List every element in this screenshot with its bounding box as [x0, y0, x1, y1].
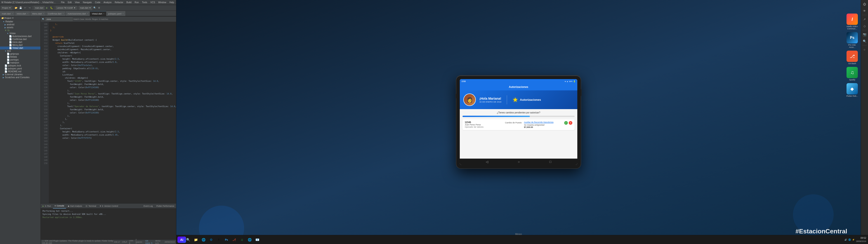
app-icon-git[interactable]: ⎇ Git Bash	[846, 51, 858, 65]
tree-autorizaciones[interactable]: 📄 Autorizaciones.dart	[0, 35, 40, 38]
app-icon-intellij[interactable]: I IntelliJ IDEA Commun...	[846, 13, 859, 30]
tab-confirmar-dart[interactable]: Confirmar.dart ×	[46, 11, 66, 16]
arrow-icon[interactable]: ↗	[862, 16, 868, 22]
windows-clock[interactable]: 09:52 28/06/2019	[856, 237, 866, 243]
diamond-icon[interactable]: ◇	[862, 23, 868, 29]
tree-pantojps[interactable]: 📄 pantojps	[0, 58, 40, 61]
camera-icon[interactable]: 📷	[862, 31, 868, 37]
tray-sound[interactable]: 🔊	[844, 239, 847, 241]
match-case-btn[interactable]: Match Case	[73, 18, 84, 20]
taskbar-app-2[interactable]: 📧	[254, 236, 260, 243]
tree-test[interactable]: ▼ test	[0, 50, 40, 53]
search-input[interactable]	[45, 18, 72, 21]
close-icon[interactable]: ×	[123, 13, 124, 15]
tree-ext-libraries[interactable]: ▶ External Libraries	[0, 73, 40, 76]
tree-project-header[interactable]: 📁 Project ▼	[0, 16, 40, 20]
tree-assets[interactable]: ▶ assets	[0, 26, 40, 29]
taskbar-chrome[interactable]: 🌐	[200, 236, 207, 243]
toolbar-open-icon[interactable]: 📂	[14, 6, 18, 10]
tree-lib[interactable]: ▼ lib	[0, 29, 40, 32]
menu-code[interactable]: Code	[94, 1, 101, 4]
menu-view[interactable]: View	[74, 1, 81, 4]
menu-analyze[interactable]: Analyze	[103, 1, 112, 4]
reject-button[interactable]: ✕	[569, 121, 572, 125]
close-icon[interactable]: ×	[63, 13, 64, 15]
bottom-tab-vcs[interactable]: ♥ 9: Version Control	[98, 204, 120, 209]
taskbar-git[interactable]: ⎇	[231, 236, 238, 243]
tree-pubspec-lock[interactable]: 📄 pubspec.lock	[0, 64, 40, 67]
menu-edit[interactable]: Edit	[67, 1, 72, 4]
taskbar-ps[interactable]: Ps	[223, 236, 230, 243]
nav-home-button[interactable]: ○	[514, 159, 523, 164]
bottom-tab-flutter-perf[interactable]: Flutter Performance	[154, 204, 176, 209]
zoom-icon[interactable]: 🔍	[862, 38, 868, 44]
code-content[interactable]: ), ); } @override Widget build(BuildCont…	[49, 22, 176, 203]
status-encoding[interactable]: UTF-8	[129, 240, 134, 244]
tree-getprops[interactable]: 📄 getprops	[0, 53, 40, 55]
app-icon-spotify[interactable]: ♫ Spotify	[846, 67, 858, 81]
tablet-volume-button[interactable]	[456, 94, 456, 98]
menu-help[interactable]: Help	[168, 1, 175, 4]
tab-vista2-dart[interactable]: Vista2.dart ×	[90, 11, 106, 16]
app-icon-ps[interactable]: Ps PS CS6: Acce...	[846, 32, 859, 48]
git-bash-icon[interactable]: ⎇	[846, 51, 858, 62]
words-btn[interactable]: Words	[85, 18, 91, 20]
toolbar-save-icon[interactable]: 💾	[19, 6, 23, 10]
menu-vcs[interactable]: VCS	[150, 1, 156, 4]
taskbar-spotify[interactable]: ♫	[239, 236, 245, 243]
tree-vistas[interactable]: ▼ Vistas	[0, 32, 40, 35]
tab-menu-dart[interactable]: Menu.dart ×	[30, 11, 46, 16]
tree-confirmar[interactable]: 📄 Confirmar.dart	[0, 38, 40, 41]
menu-run[interactable]: Run	[134, 1, 140, 4]
bottom-tab-terminal[interactable]: ⊡ Terminal	[84, 204, 98, 209]
tree-retailer[interactable]: ▼ Retailer	[0, 20, 40, 23]
tree-scratches[interactable]: ▶ Scratches and Consoles	[0, 76, 40, 79]
device-dropdown[interactable]: Lenovo TB X103F ▼	[56, 6, 77, 10]
regex-btn[interactable]: Regex	[92, 18, 98, 20]
tree-readme[interactable]: 📄 README.md	[0, 70, 40, 73]
menu-window[interactable]: Window	[158, 1, 167, 4]
tree-mainjson[interactable]: 📄 mainjson	[0, 61, 40, 64]
photoshop-icon[interactable]: Ps	[846, 32, 858, 43]
project-dropdown[interactable]: Project ▼	[1, 6, 12, 10]
bottom-tab-event-log[interactable]: Event Log	[142, 204, 155, 209]
close-icon[interactable]: ×	[12, 13, 13, 15]
status-warnings[interactable]: ⚠ SDK and Plugin Updates: The Flutter pl…	[42, 240, 114, 244]
menu-tools[interactable]: Tools	[141, 1, 148, 4]
toolbar-search-icon[interactable]: 🔍	[93, 6, 97, 10]
menu-build[interactable]: Build	[126, 1, 132, 4]
run-config-dropdown[interactable]: main.dart	[34, 6, 44, 10]
taskbar-vscode[interactable]: ⚙	[208, 236, 215, 243]
tree-tbldata[interactable]: 📄 tbldata	[0, 55, 40, 58]
menu-navigate[interactable]: Navigate	[82, 1, 92, 4]
flutter-icon[interactable]: ◆	[846, 83, 858, 94]
tray-battery[interactable]: ⚡	[852, 239, 855, 241]
tree-vista2[interactable]: 📄 Vista2.dart	[0, 47, 40, 50]
toolbar-run-icon[interactable]: ▶	[45, 6, 49, 10]
taskbar-intellij[interactable]: I	[215, 236, 222, 243]
bottom-tab-dart[interactable]: ◆ Dart Analysis	[66, 204, 84, 209]
tree-menu[interactable]: 📄 Menu.dart	[0, 43, 40, 47]
taskbar-explorer[interactable]: 📁	[192, 236, 199, 243]
bottom-tab-console[interactable]: ≡ Console	[53, 204, 66, 209]
status-crlf[interactable]: CRLF	[122, 241, 127, 243]
code-editor[interactable]: 🔍 Match Case Words Regex 6 matches 10610…	[41, 16, 176, 244]
toolbar-redo-icon[interactable]: ↪	[28, 6, 32, 10]
tab-main-dart[interactable]: main.dart ×	[0, 11, 15, 16]
tree-inicio[interactable]: 📄 Inicio.dart	[0, 41, 40, 43]
toolbar-settings-icon[interactable]: ⚙	[97, 6, 101, 10]
tab-pubspec-yaml[interactable]: pubspec.yaml ×	[106, 11, 125, 16]
close-icon[interactable]: ×	[43, 13, 44, 15]
menu-refactor[interactable]: Refactor	[114, 1, 124, 4]
approve-button[interactable]: ✓	[564, 121, 568, 125]
tree-pubspec-yaml[interactable]: 📄 pubspec.yaml	[0, 67, 40, 70]
tab-autorizaciones-dart[interactable]: Autorizaciones.dart ×	[66, 11, 90, 16]
toolbar-undo-icon[interactable]: ↩	[23, 6, 27, 10]
eye-icon[interactable]: 👁	[862, 8, 868, 14]
code-area[interactable]: 1061071081091101111121131141151161171181…	[41, 22, 176, 203]
circle-icon[interactable]: ○	[862, 46, 868, 53]
nav-back-button[interactable]: ◁	[482, 159, 492, 164]
tablet-power-button[interactable]	[581, 89, 582, 96]
close-icon[interactable]: ×	[103, 13, 104, 15]
menu-file[interactable]: File	[60, 1, 65, 4]
